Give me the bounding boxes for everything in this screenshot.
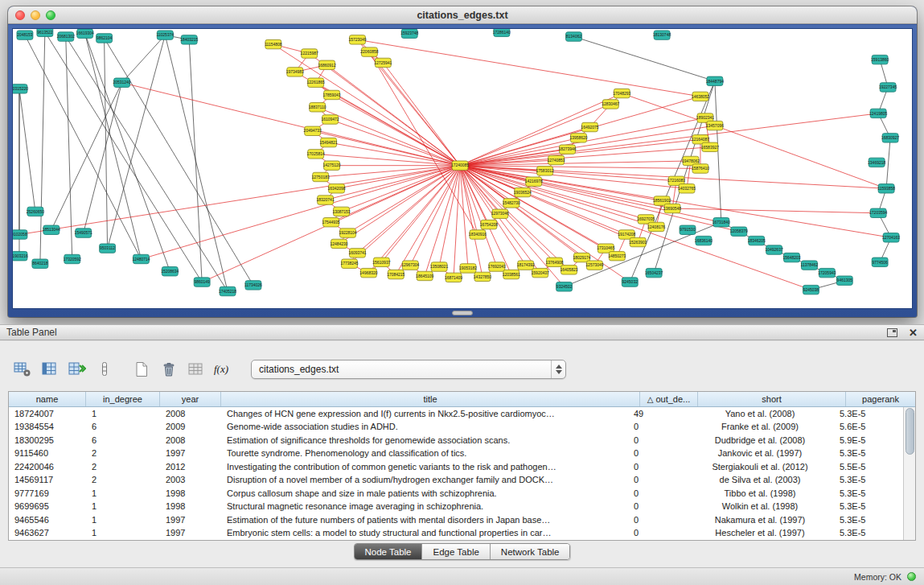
network-node[interactable]: 15723049 xyxy=(348,35,366,44)
show-columns-button[interactable] xyxy=(39,359,61,380)
network-node[interactable]: 14216978 xyxy=(525,177,543,186)
network-node[interactable]: 17738245 xyxy=(340,259,358,268)
table-row[interactable]: 2242004622012Investigating the contribut… xyxy=(9,460,903,474)
minimize-window-button[interactable] xyxy=(31,10,40,20)
network-node[interactable]: 17048293 xyxy=(613,89,630,97)
network-node[interactable]: 16836140 xyxy=(695,236,713,245)
network-node[interactable]: 15490571 xyxy=(75,229,92,237)
network-node[interactable]: 20531240 xyxy=(113,78,130,87)
network-node[interactable]: 18130748 xyxy=(653,31,671,39)
tab-node-table[interactable]: Node Table xyxy=(355,544,423,559)
table-row[interactable]: 1938455462009Genome-wide association stu… xyxy=(9,421,903,435)
network-node[interactable]: 19053182 xyxy=(459,264,477,273)
window-resize-grip[interactable] xyxy=(452,311,473,315)
column-header-out-degree[interactable]: △ out_de... xyxy=(640,392,698,406)
network-node[interactable]: 12725941 xyxy=(374,58,392,67)
network-node[interactable]: 12408176 xyxy=(647,222,665,231)
table-row[interactable]: 911546021997Tourette syndrome. Phenomeno… xyxy=(9,447,903,461)
network-node[interactable]: 17544935 xyxy=(322,218,340,227)
table-row[interactable]: 946362711997Embryonic stem cells: a mode… xyxy=(9,527,903,541)
table-select-dropdown[interactable]: citations_edges.txt xyxy=(251,360,566,379)
network-node[interactable]: 14275120 xyxy=(323,161,341,170)
table-row[interactable]: 969969511998Structural magnetic resonanc… xyxy=(9,501,903,514)
network-node[interactable]: 12484230 xyxy=(331,239,348,248)
zoom-window-button[interactable] xyxy=(46,10,55,20)
network-node[interactable]: 2048153 xyxy=(17,31,33,39)
function-builder-button[interactable]: f(x) xyxy=(212,359,235,380)
network-node[interactable]: 18320741 xyxy=(317,196,335,204)
network-node[interactable]: 16405823 xyxy=(560,266,577,274)
network-node[interactable]: 12740853 xyxy=(548,155,565,164)
network-node[interactable]: 11903216 xyxy=(12,251,28,260)
network-node[interactable]: 13508021 xyxy=(430,262,448,271)
network-node[interactable]: 22060858 xyxy=(360,47,378,56)
network-node[interactable]: 17025814 xyxy=(307,150,325,159)
network-node[interactable]: 11734026 xyxy=(244,281,262,290)
column-header-in-degree[interactable]: in_degree xyxy=(86,392,160,406)
network-node[interactable]: 12419805 xyxy=(869,109,887,117)
network-node[interactable]: 14968320 xyxy=(359,268,377,277)
network-node[interactable]: 12830467 xyxy=(602,100,619,109)
network-node[interactable]: 17320592 xyxy=(64,254,81,263)
column-header-year[interactable]: year xyxy=(160,392,221,406)
network-node[interactable]: 12704163 xyxy=(882,233,900,242)
table-row[interactable]: 977716911998Corpus callosum shape and si… xyxy=(9,487,903,501)
network-node[interactable]: 19734983 xyxy=(286,68,304,76)
network-node[interactable]: 8640218 xyxy=(32,259,48,268)
table-options-button[interactable] xyxy=(11,359,34,380)
import-table-button[interactable] xyxy=(185,359,207,380)
network-node[interactable]: 9791530 xyxy=(680,225,696,234)
network-node[interactable]: 14638052 xyxy=(692,92,709,101)
network-node[interactable]: 18340916 xyxy=(469,230,487,239)
network-node[interactable]: 16093741 xyxy=(348,249,366,257)
network-node[interactable]: 18513044 xyxy=(43,225,60,234)
network-node[interactable]: 18346205 xyxy=(748,236,766,245)
network-node[interactable]: 9102058 xyxy=(12,230,27,239)
network-node[interactable]: 17286140 xyxy=(493,28,511,37)
table-row[interactable]: 1872400712008Changes of HCN gene express… xyxy=(9,407,903,421)
network-node[interactable]: 18403215 xyxy=(180,35,198,44)
tab-network-table[interactable]: Network Table xyxy=(491,544,570,559)
network-node[interactable]: 9324502 xyxy=(556,282,573,291)
network-node[interactable]: 9860149 xyxy=(194,278,210,286)
network-node[interactable]: 15923748 xyxy=(400,29,418,38)
network-node[interactable]: 15263901 xyxy=(629,237,647,246)
network-node[interactable]: 19036524 xyxy=(514,187,532,196)
tab-edge-table[interactable]: Edge Table xyxy=(422,544,490,559)
network-node[interactable]: 16109472 xyxy=(322,115,339,124)
network-node[interactable]: 11025374 xyxy=(156,31,174,39)
network-node[interactable]: 16492075 xyxy=(581,122,598,131)
network-node[interactable]: 16731840 xyxy=(713,218,730,227)
network-node[interactable]: 9774506 xyxy=(872,257,888,266)
network-node[interactable]: 19227345 xyxy=(879,83,897,92)
network-node[interactable]: 20494733 xyxy=(304,126,322,135)
network-node[interactable]: 18448794 xyxy=(706,76,724,85)
network-node[interactable]: 12038561 xyxy=(503,270,520,278)
column-header-name[interactable]: name xyxy=(9,392,86,406)
network-node[interactable]: 17583012 xyxy=(536,167,554,175)
network-node[interactable]: 18645109 xyxy=(416,271,433,280)
network-node[interactable]: 15648203 xyxy=(782,253,800,262)
network-node[interactable]: 16619304 xyxy=(76,29,94,38)
close-panel-icon[interactable]: ✕ xyxy=(909,328,918,338)
network-node[interactable]: 12480714 xyxy=(132,254,150,263)
network-node[interactable]: 14850273 xyxy=(608,251,626,260)
network-node[interactable]: 16860912 xyxy=(318,60,336,69)
network-node[interactable]: 19228104 xyxy=(339,229,356,237)
network-node[interactable]: 13087153 xyxy=(332,207,350,216)
network-node[interactable]: 13690548 xyxy=(663,204,681,212)
network-node[interactable]: 17203594 xyxy=(869,208,887,217)
delete-button[interactable] xyxy=(158,359,180,380)
network-node[interactable]: 12750183 xyxy=(312,172,330,181)
network-node[interactable]: 17859043 xyxy=(323,90,341,99)
network-node[interactable]: 12973046 xyxy=(491,209,509,218)
network-node[interactable]: 16583927 xyxy=(701,142,719,151)
network-node[interactable]: 12261865 xyxy=(307,78,325,87)
network-node[interactable]: 15876410 xyxy=(692,164,709,173)
row-height-button[interactable] xyxy=(93,359,116,380)
network-node[interactable]: 11593858 xyxy=(877,184,895,193)
network-node[interactable]: 20681302 xyxy=(57,32,75,41)
network-node[interactable]: 8134062 xyxy=(566,32,582,41)
network-node[interactable]: 9245032 xyxy=(622,278,638,286)
network-node[interactable]: 14327850 xyxy=(474,272,491,281)
